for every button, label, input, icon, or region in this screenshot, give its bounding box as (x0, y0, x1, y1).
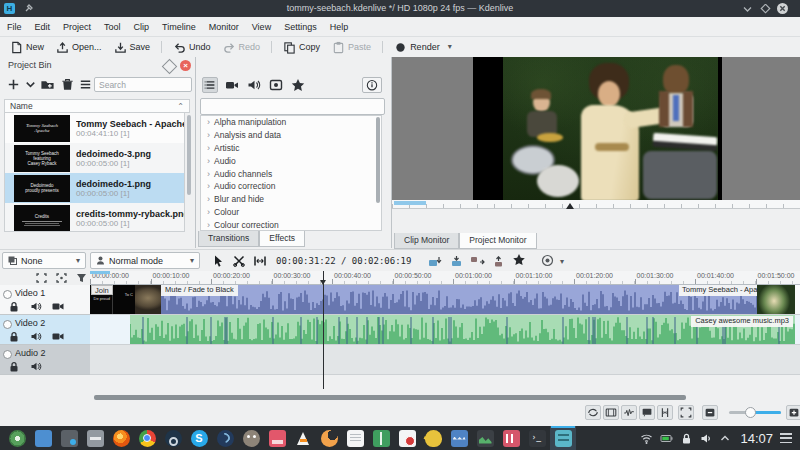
zoom-fit-icon[interactable] (678, 405, 694, 420)
show-audio-thumbnails-icon[interactable] (621, 405, 637, 420)
taskbar-icon-kteatime[interactable] (420, 426, 446, 450)
effect-category-row[interactable]: ›Colour correction (201, 218, 381, 231)
timeline-zone-bar[interactable] (90, 271, 110, 274)
render-button[interactable]: Render (390, 39, 444, 55)
undo-button[interactable]: Undo (169, 39, 215, 55)
track-video1[interactable]: De proud To C Join Mute / Fade to Black … (90, 285, 800, 315)
taskbar-icon-application-launcher[interactable] (4, 426, 30, 450)
mute-icon[interactable] (30, 331, 42, 342)
add-clip-chevron-icon[interactable] (23, 77, 38, 92)
audio-effects-icon[interactable] (246, 77, 262, 93)
timeline-header-icon-1[interactable] (36, 273, 47, 283)
menu-item-monitor[interactable]: Monitor (209, 22, 239, 32)
taskbar-icon-kdenlive[interactable] (550, 426, 576, 450)
lock-icon[interactable] (8, 301, 20, 312)
effect-category-row[interactable]: ›Blur and hide (201, 193, 381, 206)
track-header-audio2[interactable]: Audio 2 (0, 345, 90, 375)
show-marker-comments-icon[interactable] (639, 405, 655, 420)
video-preview-frame[interactable] (473, 57, 722, 200)
taskbar-icon-swirl-app[interactable] (212, 426, 238, 450)
effects-search-input[interactable] (200, 98, 385, 115)
timeline-clip-casey-music[interactable]: Casey awesome music.mp3 (130, 315, 795, 344)
taskbar-icon-virtual-desktop-pager[interactable] (30, 426, 56, 450)
render-chevron-icon[interactable]: ▾ (448, 40, 452, 54)
track-target-radio[interactable] (3, 350, 12, 359)
edit-mode-select[interactable]: Normal mode▾ (90, 252, 200, 269)
taskbar-icon-steam[interactable] (160, 426, 186, 450)
track-video2[interactable]: Casey awesome music.mp3 (90, 315, 800, 345)
add-clip-icon[interactable] (6, 77, 21, 92)
zoom-slider[interactable] (729, 411, 781, 414)
zoom-in-icon[interactable] (786, 405, 800, 420)
track-compositing-select[interactable]: None▾ (2, 252, 86, 269)
redo-button[interactable]: Redo (219, 39, 265, 55)
taskbar-icon-photo-viewer[interactable] (472, 426, 498, 450)
lift-zone-icon[interactable] (491, 256, 506, 267)
menu-item-view[interactable]: View (252, 22, 271, 32)
taskbar-icon-chrome[interactable] (134, 426, 160, 450)
timeline-playhead[interactable] (323, 271, 324, 389)
insert-zone-icon[interactable] (428, 256, 443, 267)
menu-item-file[interactable]: File (7, 22, 22, 32)
menu-item-settings[interactable]: Settings (284, 22, 317, 32)
custom-effects-icon[interactable] (268, 77, 284, 93)
timeline-horizontal-scrollbar[interactable] (94, 395, 686, 400)
close-panel-icon[interactable]: × (180, 60, 191, 71)
tab-clip-monitor[interactable]: Clip Monitor (394, 233, 459, 249)
taskbar-icon-display-settings[interactable] (56, 426, 82, 450)
paste-button[interactable]: Paste (328, 39, 375, 55)
open--button[interactable]: Open... (52, 39, 106, 55)
menu-item-edit[interactable]: Edit (35, 22, 51, 32)
tab-project-monitor[interactable]: Project Monitor (459, 233, 536, 249)
volume-icon[interactable] (700, 432, 713, 445)
lock-icon[interactable] (680, 432, 693, 445)
effects-info-button[interactable] (362, 77, 382, 93)
automatic-transitions-icon[interactable] (585, 405, 601, 420)
mute-icon[interactable] (30, 361, 42, 372)
effect-category-row[interactable]: ›Audio (201, 154, 381, 167)
taskbar-icon-skype[interactable] (186, 426, 212, 450)
effect-category-row[interactable]: ›Audio correction (201, 180, 381, 193)
hide-video-icon[interactable] (52, 331, 64, 342)
effect-category-row[interactable]: ›Alpha manipulation (201, 116, 381, 129)
track-header-video1[interactable]: Video 1 (0, 285, 90, 315)
bin-clip-row[interactable]: Tommy Seebach ApacheTommy Seebach - Apac… (5, 113, 184, 143)
timeline-clip-dedoimedo3[interactable]: To C (112, 285, 136, 314)
bin-view-mode-icon[interactable] (78, 77, 93, 92)
bin-column-header[interactable]: Name⌃ (4, 99, 190, 113)
extract-zone-icon[interactable] (470, 256, 485, 267)
effect-category-row[interactable]: ›Artistic (201, 142, 381, 155)
track-audio2[interactable] (90, 345, 800, 375)
taskbar-icon-gimp[interactable] (238, 426, 264, 450)
taskbar-icon-system-monitor[interactable] (446, 426, 472, 450)
taskbar-icon-text-document-app[interactable] (342, 426, 368, 450)
taskbar-icon-orange-crescent-app[interactable] (316, 426, 342, 450)
record-chevron-icon[interactable]: ▾ (560, 257, 564, 266)
bin-scrollbar[interactable] (187, 115, 191, 195)
lock-icon[interactable] (8, 331, 20, 342)
panel-menu-icon[interactable] (780, 433, 792, 443)
taskbar-icon-media-card-app[interactable] (264, 426, 290, 450)
monitor-seek-ruler[interactable] (392, 200, 800, 209)
save-button[interactable]: Save (110, 39, 155, 55)
overwrite-zone-icon[interactable] (449, 256, 464, 267)
timeline-clip-apache-video[interactable]: Mute / Fade to Black Tommy Seebach - Apa… (135, 285, 795, 314)
transition-join-label[interactable]: Join (91, 285, 113, 295)
battery-icon[interactable] (660, 432, 673, 445)
tab-effects[interactable]: Effects (259, 231, 305, 247)
razor-tool-icon[interactable] (231, 254, 247, 268)
effect-category-row[interactable]: ›Audio channels (201, 167, 381, 180)
zoom-out-icon[interactable] (702, 405, 718, 420)
expand-arrow-icon[interactable] (720, 432, 730, 445)
minimize-icon[interactable] (742, 4, 753, 14)
effect-category-row[interactable]: ›Analysis and data (201, 129, 381, 142)
new-button[interactable]: New (6, 39, 48, 55)
mute-icon[interactable] (30, 301, 42, 312)
lock-icon[interactable] (8, 361, 20, 372)
track-target-radio[interactable] (3, 290, 12, 299)
bin-clip-row[interactable]: Dedoimedo proudly presentsdedoimedo-1.pn… (5, 173, 184, 203)
titlebar[interactable]: H tommy-seebach.kdenlive */ HD 1080p 24 … (0, 0, 800, 17)
track-header-video2[interactable]: Video 2 (0, 315, 90, 345)
tab-transitions[interactable]: Transitions (198, 231, 259, 247)
copy-button[interactable]: Copy (279, 39, 324, 55)
